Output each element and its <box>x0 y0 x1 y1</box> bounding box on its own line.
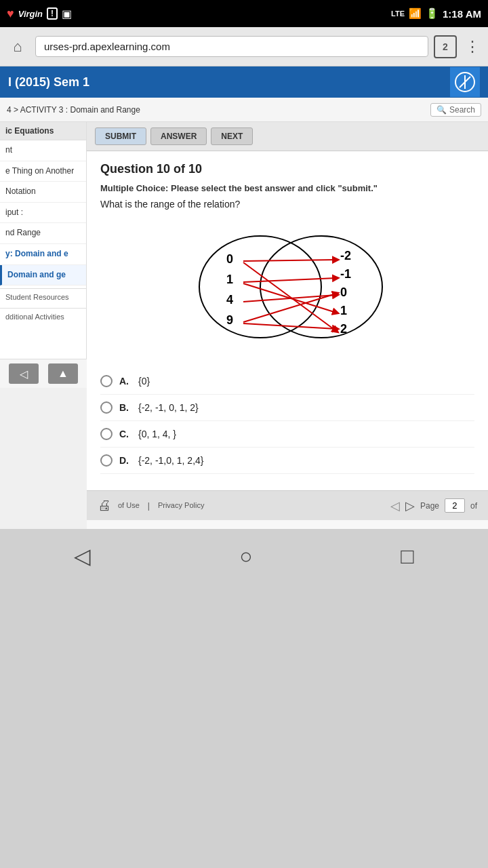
sidebar-next-button[interactable]: ▲ <box>48 363 78 384</box>
choice-c[interactable]: C. {0, 1, 4, } <box>100 421 474 448</box>
question-instruction: Please select the best answer and click … <box>171 183 378 193</box>
radio-c[interactable] <box>100 428 113 440</box>
battery-icon: 🔋 <box>426 7 439 20</box>
choice-a-value: {0} <box>138 376 150 387</box>
next-button[interactable]: NEXT <box>211 127 253 145</box>
svg-text:9: 9 <box>226 313 233 327</box>
answer-button[interactable]: ANSWER <box>150 127 207 145</box>
browser-bar: ⌂ urses-prd.apexlearning.com 2 ⋮ <box>0 27 488 66</box>
choice-c-letter: C. <box>119 429 129 439</box>
question-title: Question 10 of 10 <box>100 162 474 176</box>
choice-b-value: {-2, -1, 0, 1, 2} <box>138 402 199 413</box>
footer-links: of Use | Privacy Policy <box>118 501 204 511</box>
carrier-label: Virgin <box>18 9 43 19</box>
content-area: SUBMIT ANSWER NEXT Question 10 of 10 Mul… <box>87 122 488 529</box>
recents-button[interactable]: □ <box>401 544 413 569</box>
home-button[interactable]: ⌂ <box>5 35 30 59</box>
tab-count[interactable]: 2 <box>434 35 457 58</box>
sidebar-nav-buttons: ◁ ▲ <box>0 359 87 388</box>
page-of-label: of <box>470 501 477 511</box>
prev-page-button[interactable]: ◁ <box>390 498 400 513</box>
choice-d-value: {-2, -1,0, 1, 2,4} <box>138 455 204 466</box>
sidebar-student-resources[interactable]: Student Resources <box>0 288 86 305</box>
activity-toolbar: SUBMIT ANSWER NEXT <box>87 122 488 151</box>
url-bar[interactable]: urses-prd.apexlearning.com <box>35 36 428 57</box>
question-type-label: Multiple Choice: <box>100 183 168 193</box>
time-display: 1:18 AM <box>443 8 481 20</box>
alert-icon: ! <box>47 7 58 20</box>
choice-b[interactable]: B. {-2, -1, 0, 1, 2} <box>100 395 474 421</box>
privacy-link[interactable]: Privacy Policy <box>158 501 204 511</box>
question-container: Question 10 of 10 Multiple Choice: Pleas… <box>87 151 488 490</box>
next-page-button[interactable]: ▷ <box>405 498 415 513</box>
search-box[interactable]: 🔍 Search <box>430 103 481 117</box>
radio-d[interactable] <box>100 454 113 467</box>
page-number-input[interactable] <box>445 498 465 513</box>
sidebar-item-0[interactable]: nt <box>0 140 86 161</box>
svg-text:1: 1 <box>340 304 347 317</box>
svg-line-15 <box>243 260 336 261</box>
status-bar: ♥ Virgin ! ▣ LTE 📶 🔋 1:18 AM <box>0 0 488 27</box>
choice-d-letter: D. <box>119 455 129 466</box>
heart-icon: ♥ <box>7 7 14 21</box>
sidebar-item-3[interactable]: iput : <box>0 203 86 224</box>
search-label: Search <box>449 105 475 115</box>
bottom-nav: ◁ ○ □ <box>0 529 488 583</box>
choice-c-value: {0, 1, 4, } <box>138 429 176 439</box>
print-icon[interactable]: 🖨 <box>98 498 111 513</box>
choice-a-letter: A. <box>119 376 129 387</box>
venn-diagram: 0 1 4 9 -2 -1 0 1 2 <box>100 219 474 355</box>
apex-logo <box>450 67 480 97</box>
signal-icon: 📶 <box>409 7 422 20</box>
status-left: ♥ Virgin ! ▣ <box>7 7 72 21</box>
svg-text:4: 4 <box>226 293 233 307</box>
cassette-icon: ▣ <box>62 7 72 20</box>
question-text: What is the range of the relation? <box>100 199 474 210</box>
content-footer: 🖨 of Use | Privacy Policy ◁ ▷ Page of <box>87 490 488 520</box>
page-header: I (2015) Sem 1 <box>0 66 488 98</box>
page-title: I (2015) Sem 1 <box>8 75 89 90</box>
svg-text:-1: -1 <box>340 267 351 281</box>
sidebar-item-2[interactable]: Notation <box>0 182 86 203</box>
answer-choices: A. {0} B. {-2, -1, 0, 1, 2} C. {0, 1, 4,… <box>100 368 474 474</box>
sidebar-item-6[interactable]: Domain and ge <box>0 265 86 286</box>
sidebar-wrapper: ic Equations nt e Thing on Another Notat… <box>0 122 87 529</box>
svg-text:-2: -2 <box>340 249 351 262</box>
menu-button[interactable]: ⋮ <box>462 38 483 56</box>
page-nav: ◁ ▷ Page of <box>390 498 477 513</box>
terms-link[interactable]: of Use <box>118 501 140 511</box>
footer-divider: | <box>148 501 150 511</box>
home-nav-button[interactable]: ○ <box>239 544 252 569</box>
status-right: LTE 📶 🔋 1:18 AM <box>391 7 481 20</box>
search-icon: 🔍 <box>436 105 447 115</box>
breadcrumb: 4 > ACTIVITY 3 : Domain and Range <box>7 105 140 115</box>
sidebar: ic Equations nt e Thing on Another Notat… <box>0 122 87 359</box>
radio-a[interactable] <box>100 375 113 387</box>
svg-line-17 <box>243 278 336 282</box>
question-type: Multiple Choice: Please select the best … <box>100 183 474 193</box>
sidebar-section-title: ic Equations <box>0 122 86 140</box>
page-label: Page <box>420 501 439 511</box>
choice-d[interactable]: D. {-2, -1,0, 1, 2,4} <box>100 448 474 474</box>
svg-text:1: 1 <box>226 273 233 286</box>
sidebar-prev-button[interactable]: ◁ <box>9 363 39 384</box>
breadcrumb-bar: 4 > ACTIVITY 3 : Domain and Range 🔍 Sear… <box>0 98 488 122</box>
sidebar-item-5[interactable]: y: Domain and e <box>0 244 86 265</box>
svg-line-21 <box>243 323 336 329</box>
choice-b-letter: B. <box>119 402 129 413</box>
lte-badge: LTE <box>391 9 405 18</box>
radio-b[interactable] <box>100 401 113 414</box>
main-layout: ic Equations nt e Thing on Another Notat… <box>0 122 488 529</box>
sidebar-item-4[interactable]: nd Range <box>0 223 86 244</box>
submit-button[interactable]: SUBMIT <box>95 127 146 145</box>
choice-a[interactable]: A. {0} <box>100 368 474 395</box>
svg-text:0: 0 <box>226 252 233 266</box>
back-button[interactable]: ◁ <box>74 543 91 569</box>
sidebar-item-1[interactable]: e Thing on Another <box>0 161 86 182</box>
venn-svg: 0 1 4 9 -2 -1 0 1 2 <box>186 219 389 355</box>
sidebar-additional-activities[interactable]: dditional Activities <box>0 308 86 325</box>
svg-text:2: 2 <box>340 322 347 336</box>
svg-text:0: 0 <box>340 285 347 299</box>
